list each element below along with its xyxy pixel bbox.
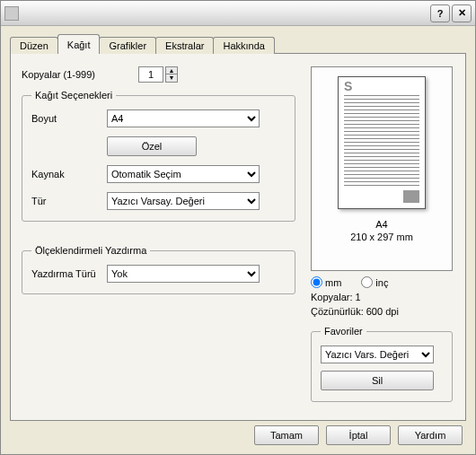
tab-duzen[interactable]: Düzen — [10, 37, 58, 54]
copies-label: Kopyalar (1-999) — [22, 69, 138, 80]
favorites-legend: Favoriler — [321, 326, 366, 337]
preview-paper-name: A4 — [350, 218, 413, 231]
custom-size-button[interactable]: Özel — [107, 136, 197, 156]
size-select[interactable]: A4 — [107, 109, 260, 127]
tab-grafikler[interactable]: Grafikler — [99, 37, 156, 54]
type-select[interactable]: Yazıcı Varsay. Değeri — [107, 192, 260, 210]
ok-button[interactable]: Tamam — [254, 425, 319, 445]
preview-corner-icon — [403, 190, 419, 203]
close-button[interactable]: ✕ — [452, 4, 472, 22]
help-button[interactable]: ? — [430, 4, 450, 22]
favorites-group: Favoriler Yazıcı Vars. Değeri Sil — [311, 326, 453, 402]
printer-icon — [4, 6, 19, 21]
cancel-button[interactable]: İptal — [326, 425, 391, 445]
favorites-select[interactable]: Yazıcı Vars. Değeri — [321, 346, 434, 363]
page-preview: S A4 210 x 297 mm — [311, 66, 453, 271]
unit-mm-radio[interactable]: mm — [311, 276, 341, 288]
tab-ekstralar[interactable]: Ekstralar — [155, 37, 214, 54]
scaling-group: Ölçeklendirmeli Yazdırma Yazdırma Türü Y… — [22, 245, 295, 294]
tab-hakkinda[interactable]: Hakkında — [213, 37, 274, 54]
copies-input[interactable] — [138, 66, 163, 83]
paper-preview: S — [338, 76, 426, 209]
help-footer-button[interactable]: Yardım — [398, 425, 463, 445]
tab-kagit[interactable]: Kağıt — [57, 34, 101, 54]
paper-options-group: Kağıt Seçenekleri Boyut A4 Özel Kaynak O… — [22, 90, 295, 222]
source-select[interactable]: Otomatik Seçim — [107, 165, 260, 183]
titlebar: ? ✕ — [1, 1, 475, 26]
print-type-select[interactable]: Yok — [107, 265, 260, 283]
info-copies: Kopyalar: 1 — [311, 292, 453, 302]
scaling-legend: Ölçeklendirmeli Yazdırma — [31, 245, 150, 256]
source-label: Kaynak — [31, 169, 107, 179]
copies-down-icon[interactable]: ▼ — [166, 74, 177, 82]
dialog-footer: Tamam İptal Yardım — [254, 425, 463, 445]
preview-paper-dim: 210 x 297 mm — [350, 231, 413, 243]
size-label: Boyut — [31, 113, 107, 124]
preview-s-mark: S — [344, 79, 352, 93]
type-label: Tür — [31, 196, 107, 206]
print-type-label: Yazdırma Türü — [31, 268, 107, 279]
tab-panel-kagit: Kopyalar (1-999) ▲ ▼ Kağıt Seçenekleri B… — [10, 53, 466, 421]
copies-spinner[interactable]: ▲ ▼ — [138, 66, 178, 83]
paper-options-legend: Kağıt Seçenekleri — [31, 90, 116, 101]
copies-up-icon[interactable]: ▲ — [166, 67, 177, 74]
tab-strip: Düzen Kağıt Grafikler Ekstralar Hakkında — [10, 33, 466, 53]
favorites-delete-button[interactable]: Sil — [321, 371, 434, 390]
print-dialog: ? ✕ Düzen Kağıt Grafikler Ekstralar Hakk… — [0, 0, 476, 455]
unit-inch-radio[interactable]: inç — [361, 276, 388, 288]
info-resolution: Çözünürlük: 600 dpi — [311, 306, 453, 317]
